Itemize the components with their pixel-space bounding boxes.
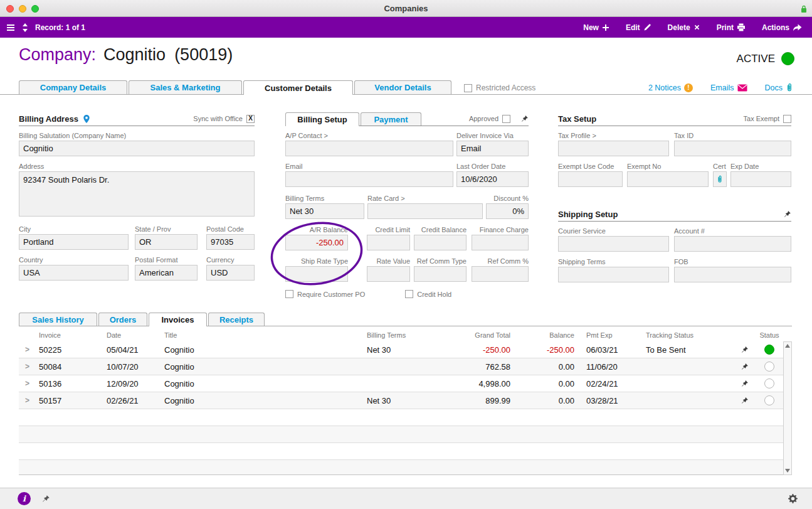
invoice-number: 50157: [38, 396, 100, 405]
deliver-via-label: Deliver Invoice Via: [456, 132, 529, 139]
currency-field[interactable]: USD: [206, 265, 255, 281]
tax-exempt-checkbox[interactable]: [783, 115, 791, 123]
exp-date-field[interactable]: [730, 171, 791, 187]
finance-charge-field[interactable]: [472, 235, 529, 250]
pushpin-icon[interactable]: [734, 346, 756, 354]
deliver-via-field[interactable]: Email: [456, 141, 529, 156]
invoice-pmt-exp: 06/03/21: [583, 345, 636, 355]
ref-comm-type-field[interactable]: [414, 266, 467, 282]
docs-link[interactable]: Docs: [765, 83, 793, 92]
state-field[interactable]: OR: [135, 234, 198, 250]
billing-terms-field[interactable]: Net 30: [285, 203, 364, 219]
notices-link[interactable]: 2 Notices: [648, 83, 693, 92]
invoice-status-dot: [756, 378, 783, 388]
info-button[interactable]: i: [18, 492, 31, 505]
discount-label: Discount %: [486, 195, 529, 202]
ar-balance-field[interactable]: -250.00: [285, 235, 348, 250]
edit-button[interactable]: Edit: [626, 23, 651, 32]
approved-checkbox[interactable]: [502, 115, 510, 123]
actions-button[interactable]: Actions: [762, 23, 802, 32]
courier-service-field[interactable]: [558, 236, 669, 252]
empty-row: [19, 426, 783, 443]
ref-comm-pct-field[interactable]: [472, 266, 529, 282]
address-field[interactable]: 92347 South Polaris Dr.: [19, 171, 255, 217]
last-order-date-label: Last Order Date: [456, 163, 529, 170]
tab-receipts[interactable]: Receipts: [208, 313, 265, 326]
record-nav-arrows-icon[interactable]: [22, 23, 28, 33]
scroll-down-icon[interactable]: [785, 469, 790, 473]
tab-billing-setup[interactable]: Billing Setup: [285, 112, 359, 126]
company-number: (50019): [174, 45, 233, 65]
fob-field[interactable]: [674, 267, 791, 282]
credit-limit-field[interactable]: [367, 235, 410, 250]
tab-company-details[interactable]: Company Details: [19, 80, 127, 94]
postal-format-field[interactable]: American: [135, 265, 198, 281]
tab-payment[interactable]: Payment: [361, 112, 421, 126]
city-field[interactable]: Portland: [19, 234, 129, 250]
pushpin-icon[interactable]: [41, 495, 50, 503]
shipping-terms-field[interactable]: [558, 267, 669, 282]
restricted-access-checkbox[interactable]: [464, 84, 472, 92]
menu-icon[interactable]: [6, 24, 15, 31]
table-scrollbar[interactable]: [783, 341, 792, 475]
pushpin-icon[interactable]: [734, 397, 756, 405]
pushpin-icon[interactable]: [783, 210, 791, 218]
row-expander[interactable]: [19, 396, 38, 405]
delete-button[interactable]: Delete: [668, 23, 700, 32]
invoice-row[interactable]: 50136 12/09/20 Cognitio 4,998.00 0.00 02…: [19, 375, 783, 392]
tab-invoices[interactable]: Invoices: [149, 313, 207, 326]
pushpin-icon[interactable]: [734, 380, 756, 388]
credit-hold-label: Credit Hold: [417, 291, 451, 298]
ref-comm-pct-label: Ref Comm %: [472, 257, 529, 265]
scroll-up-icon[interactable]: [785, 344, 790, 348]
shipping-setup-section: Shipping Setup: [558, 207, 791, 222]
print-button[interactable]: Print: [717, 23, 746, 32]
account-number-field[interactable]: [674, 236, 791, 252]
tax-profile-field[interactable]: [558, 141, 669, 156]
email-field[interactable]: [285, 171, 453, 187]
pushpin-icon[interactable]: [734, 363, 756, 371]
map-pin-icon[interactable]: [83, 114, 90, 124]
invoice-date: 12/09/20: [100, 379, 157, 388]
status-toolbar: Record: 1 of 1 New Edit Delete Print Act…: [0, 17, 812, 38]
col-pmt-exp: Pmt Exp: [583, 331, 636, 339]
exempt-no-field[interactable]: [627, 171, 709, 187]
window-title: Companies: [0, 4, 812, 13]
invoice-row[interactable]: 50225 05/04/21 Cognitio Net 30 -250.00 -…: [19, 341, 783, 358]
billing-setup-section: Billing Setup Payment Approved A/P Conta…: [285, 112, 529, 298]
tax-id-field[interactable]: [674, 141, 791, 156]
salutation-field[interactable]: Cognitio: [19, 141, 255, 156]
country-field[interactable]: USA: [19, 265, 129, 281]
row-expander[interactable]: [19, 362, 38, 371]
col-date: Date: [100, 331, 157, 339]
rate-value-field[interactable]: [367, 266, 410, 282]
row-expander[interactable]: [19, 379, 38, 388]
rate-card-field[interactable]: [367, 203, 483, 219]
invoice-grand-total: 762.58: [445, 362, 520, 372]
require-customer-po-checkbox[interactable]: [285, 290, 293, 298]
gear-icon[interactable]: [788, 493, 798, 504]
tab-orders[interactable]: Orders: [98, 313, 147, 326]
cert-attachment-button[interactable]: [713, 171, 727, 187]
invoice-row[interactable]: 50084 10/07/20 Cognitio 762.58 0.00 11/0…: [19, 358, 783, 375]
tab-sales-history[interactable]: Sales History: [19, 313, 97, 326]
ship-rate-type-field[interactable]: [285, 266, 348, 282]
invoice-row[interactable]: 50157 02/26/21 Cognitio Net 30 899.99 0.…: [19, 392, 783, 409]
tab-sales-marketing[interactable]: Sales & Marketing: [129, 80, 242, 94]
credit-balance-field[interactable]: [414, 235, 467, 250]
new-button[interactable]: New: [583, 23, 609, 32]
emails-link[interactable]: Emails: [710, 83, 747, 92]
credit-limit-label: Credit Limit: [367, 226, 410, 233]
sync-with-office-checkbox[interactable]: [246, 115, 255, 123]
invoice-balance: -250.00: [520, 345, 583, 355]
postal-code-field[interactable]: 97035: [206, 234, 255, 250]
pushpin-icon[interactable]: [520, 115, 529, 123]
last-order-date-field[interactable]: 10/6/2020: [456, 171, 529, 187]
exempt-use-code-field[interactable]: [558, 171, 623, 187]
tab-customer-details[interactable]: Customer Details: [243, 80, 353, 95]
row-expander[interactable]: [19, 345, 38, 354]
discount-field[interactable]: 0%: [486, 203, 529, 219]
credit-hold-checkbox[interactable]: [405, 290, 413, 298]
ap-contact-field[interactable]: [285, 141, 453, 156]
tab-vendor-details[interactable]: Vendor Details: [354, 80, 451, 94]
